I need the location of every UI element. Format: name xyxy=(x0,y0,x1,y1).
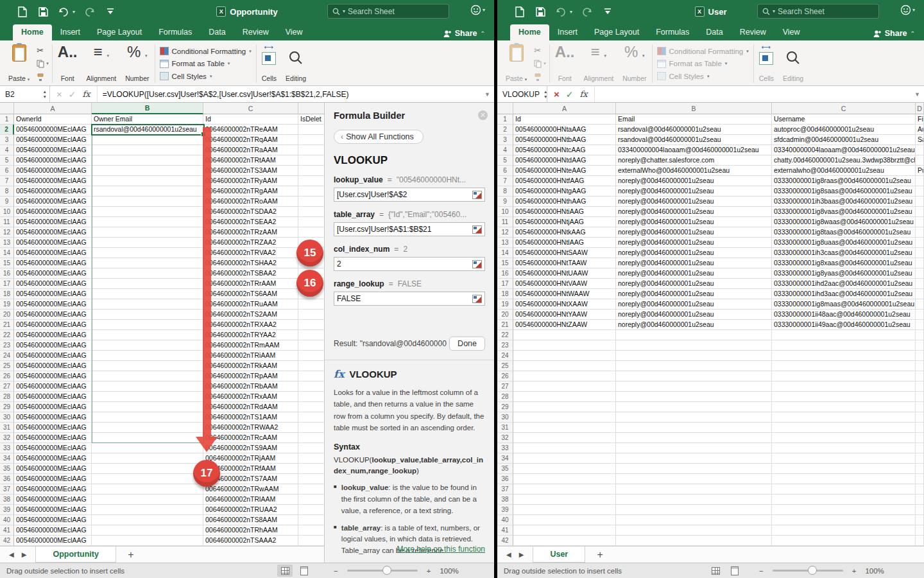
cell-D32[interactable] xyxy=(916,433,924,443)
cell-A33[interactable]: 00546000000MEclAAG xyxy=(14,443,92,453)
page-layout-view-button[interactable] xyxy=(296,565,312,577)
cell-C32[interactable]: 00646000002nTRcAAM xyxy=(203,433,298,443)
cell-B22[interactable] xyxy=(92,330,203,340)
cell-B32[interactable] xyxy=(616,433,772,443)
row-header-8[interactable]: 8 xyxy=(0,186,14,197)
cell-A24[interactable] xyxy=(513,351,616,361)
row-header-1[interactable]: 1 xyxy=(497,114,513,125)
cell-C12[interactable]: 03330000001ig8taas@00d460000001u2seau xyxy=(772,227,916,238)
row-header-36[interactable]: 36 xyxy=(0,474,14,484)
save-icon[interactable] xyxy=(37,6,49,17)
field-input-col_index_num[interactable]: 2 xyxy=(334,257,485,271)
undo-dropdown-icon[interactable]: ▾ xyxy=(570,9,572,15)
row-header-42[interactable]: 42 xyxy=(0,536,14,546)
row-header-21[interactable]: 21 xyxy=(497,320,513,330)
share-label[interactable]: Share xyxy=(885,29,907,38)
cell-A30[interactable] xyxy=(513,412,616,423)
cell-A37[interactable]: 00546000000MEclAAG xyxy=(14,484,92,495)
font-button[interactable]: A.. Font xyxy=(53,43,82,84)
cell-B2[interactable]: rsandoval@00d460000001u2seau xyxy=(92,125,203,135)
sheet-nav-left-icon[interactable]: ◀ xyxy=(9,551,14,558)
add-sheet-button[interactable]: + xyxy=(585,547,615,563)
tab-home[interactable]: Home xyxy=(510,24,549,40)
cell-A42[interactable]: 00546000000MEclAAG xyxy=(14,536,92,546)
cell-C39[interactable]: 00646000002nTRUAA2 xyxy=(203,505,298,515)
row-header-39[interactable]: 39 xyxy=(0,505,14,515)
cell-C37[interactable] xyxy=(772,484,916,495)
row-header-29[interactable]: 29 xyxy=(0,402,14,412)
cell-D11[interactable] xyxy=(916,217,924,227)
cell-A37[interactable] xyxy=(513,484,616,495)
undo-icon[interactable] xyxy=(555,6,567,17)
normal-view-button[interactable] xyxy=(708,565,723,577)
row-header-10[interactable]: 10 xyxy=(0,207,14,217)
range-picker-icon[interactable] xyxy=(472,225,482,234)
tab-review[interactable]: Review xyxy=(234,24,277,40)
number-button[interactable]: % ▾ Number xyxy=(618,43,651,84)
cell-B9[interactable] xyxy=(92,197,203,207)
cell-C23[interactable]: 00646000002nTRmAAM xyxy=(203,340,298,351)
cell-D28[interactable] xyxy=(916,392,924,402)
ribbon-collapse-icon[interactable]: ⌃ xyxy=(910,30,915,37)
enter-icon[interactable]: ✓ xyxy=(69,89,76,100)
cell-B36[interactable] xyxy=(92,474,203,484)
row-header-8[interactable]: 8 xyxy=(497,186,513,197)
formula-input[interactable]: =VLOOKUP([User.csv]User!$A$2,[User.csv]U… xyxy=(98,90,494,99)
cell-A18[interactable]: 00546000000HNtWAAW xyxy=(513,289,616,299)
cell-A19[interactable]: 00546000000MEclAAG xyxy=(14,299,92,310)
cell-C15[interactable]: 03330000001ig8xaas@00d460000001u2seau xyxy=(772,258,916,268)
cell-A2[interactable]: 00546000000HNtaAAG xyxy=(513,125,616,135)
column-header-A[interactable]: A xyxy=(14,103,92,114)
cell-C1[interactable]: Username xyxy=(772,114,916,125)
cell-C20[interactable]: 03330000001ii48aac@00d460000001u2seau xyxy=(772,310,916,320)
cell-C27[interactable] xyxy=(772,381,916,392)
row-header-3[interactable]: 3 xyxy=(497,135,513,145)
cell-A28[interactable]: 00546000000MEclAAG xyxy=(14,392,92,402)
cell-D34[interactable] xyxy=(916,453,924,464)
cell-C35[interactable] xyxy=(772,464,916,474)
cell-D24[interactable] xyxy=(916,351,924,361)
cell-B29[interactable] xyxy=(616,402,772,412)
cell-C6[interactable]: externalwho@00d460000001u2seau xyxy=(772,166,916,176)
cell-C29[interactable]: 00646000002nTRdAAM xyxy=(203,402,298,412)
cell-D23[interactable] xyxy=(916,340,924,351)
search-input[interactable]: ▾ Search Sheet xyxy=(757,4,879,19)
field-input-table_array[interactable]: [User.csv]User!$A$1:$B$21 xyxy=(334,222,485,236)
cell-A10[interactable]: 00546000000MEclAAG xyxy=(14,207,92,217)
row-header-26[interactable]: 26 xyxy=(497,371,513,381)
row-header-41[interactable]: 41 xyxy=(497,525,513,536)
tab-insert[interactable]: Insert xyxy=(52,24,89,40)
row-header-7[interactable]: 7 xyxy=(497,176,513,186)
conditional-formatting-button[interactable]: Conditional Formatting ▾ xyxy=(657,46,749,57)
cell-B3[interactable]: rsandoval@00d460000001u2seau xyxy=(616,135,772,145)
formula-bar-expand-icon[interactable]: ▼ xyxy=(484,91,490,98)
page-layout-view-button[interactable] xyxy=(727,565,742,577)
row-header-38[interactable]: 38 xyxy=(0,495,14,505)
row-header-9[interactable]: 9 xyxy=(0,197,14,207)
cell-A22[interactable] xyxy=(513,330,616,340)
cell-B31[interactable] xyxy=(92,423,203,433)
cell-B21[interactable]: noreply@00d460000001u2seau xyxy=(616,320,772,330)
cell-C23[interactable] xyxy=(772,340,916,351)
cell-C14[interactable]: 03330000001ih3caas@00d460000001u2seau xyxy=(772,248,916,258)
cell-C37[interactable]: 00646000002nTRwAAM xyxy=(203,484,298,495)
cell-A23[interactable] xyxy=(513,340,616,351)
row-header-28[interactable]: 28 xyxy=(497,392,513,402)
zoom-in-button[interactable]: + xyxy=(427,567,431,575)
row-header-18[interactable]: 18 xyxy=(497,289,513,299)
tab-home[interactable]: Home xyxy=(13,24,52,40)
row-header-29[interactable]: 29 xyxy=(497,402,513,412)
cell-C27[interactable]: 00646000002nTRbAAM xyxy=(203,381,298,392)
cell-C19[interactable]: 00646000002nTRuAAM xyxy=(203,299,298,310)
cell-B5[interactable] xyxy=(92,155,203,166)
cell-B6[interactable] xyxy=(92,166,203,176)
tab-data[interactable]: Data xyxy=(200,24,234,40)
row-header-11[interactable]: 11 xyxy=(0,217,14,227)
cell-B39[interactable] xyxy=(616,505,772,515)
row-header-34[interactable]: 34 xyxy=(497,453,513,464)
cell-B37[interactable] xyxy=(92,484,203,495)
done-button[interactable]: Done xyxy=(449,337,485,351)
cell-A42[interactable] xyxy=(513,536,616,546)
cell-B14[interactable]: noreply@00d460000001u2seau xyxy=(616,248,772,258)
cell-A12[interactable]: 00546000000HNtkAAG xyxy=(513,227,616,238)
